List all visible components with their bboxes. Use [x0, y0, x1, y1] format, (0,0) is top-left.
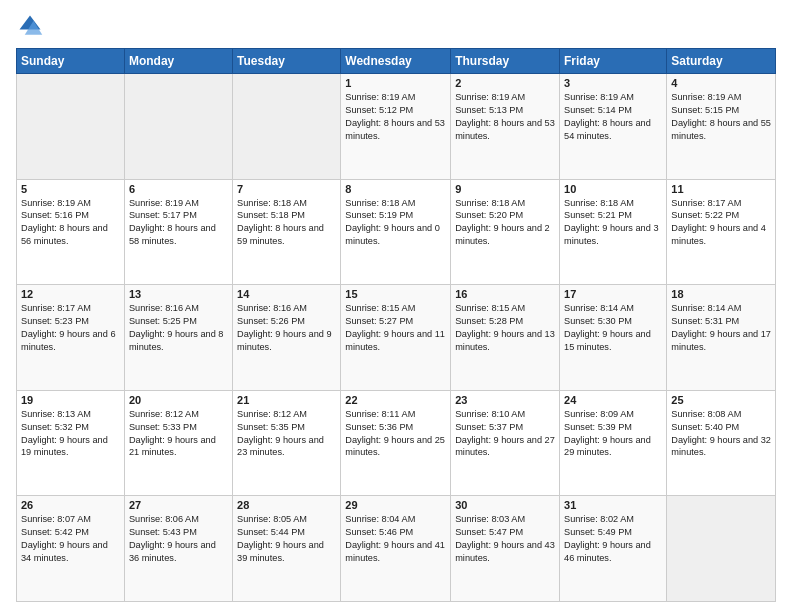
day-info: Sunrise: 8:19 AM Sunset: 5:14 PM Dayligh… — [564, 91, 662, 143]
day-info: Sunrise: 8:13 AM Sunset: 5:32 PM Dayligh… — [21, 408, 120, 460]
week-row-1: 1Sunrise: 8:19 AM Sunset: 5:12 PM Daylig… — [17, 74, 776, 180]
calendar-cell: 11Sunrise: 8:17 AM Sunset: 5:22 PM Dayli… — [667, 179, 776, 285]
day-info: Sunrise: 8:17 AM Sunset: 5:22 PM Dayligh… — [671, 197, 771, 249]
calendar-cell: 24Sunrise: 8:09 AM Sunset: 5:39 PM Dayli… — [560, 390, 667, 496]
calendar-cell: 8Sunrise: 8:18 AM Sunset: 5:19 PM Daylig… — [341, 179, 451, 285]
day-number: 1 — [345, 77, 446, 89]
day-info: Sunrise: 8:11 AM Sunset: 5:36 PM Dayligh… — [345, 408, 446, 460]
day-info: Sunrise: 8:18 AM Sunset: 5:21 PM Dayligh… — [564, 197, 662, 249]
day-header-thursday: Thursday — [451, 49, 560, 74]
day-number: 19 — [21, 394, 120, 406]
day-info: Sunrise: 8:19 AM Sunset: 5:17 PM Dayligh… — [129, 197, 228, 249]
calendar-cell: 15Sunrise: 8:15 AM Sunset: 5:27 PM Dayli… — [341, 285, 451, 391]
calendar-cell — [233, 74, 341, 180]
day-info: Sunrise: 8:19 AM Sunset: 5:13 PM Dayligh… — [455, 91, 555, 143]
day-info: Sunrise: 8:14 AM Sunset: 5:30 PM Dayligh… — [564, 302, 662, 354]
day-info: Sunrise: 8:03 AM Sunset: 5:47 PM Dayligh… — [455, 513, 555, 565]
calendar-cell: 1Sunrise: 8:19 AM Sunset: 5:12 PM Daylig… — [341, 74, 451, 180]
week-row-4: 19Sunrise: 8:13 AM Sunset: 5:32 PM Dayli… — [17, 390, 776, 496]
day-number: 2 — [455, 77, 555, 89]
calendar-cell: 10Sunrise: 8:18 AM Sunset: 5:21 PM Dayli… — [560, 179, 667, 285]
day-number: 24 — [564, 394, 662, 406]
day-info: Sunrise: 8:14 AM Sunset: 5:31 PM Dayligh… — [671, 302, 771, 354]
header-row: SundayMondayTuesdayWednesdayThursdayFrid… — [17, 49, 776, 74]
calendar-cell: 3Sunrise: 8:19 AM Sunset: 5:14 PM Daylig… — [560, 74, 667, 180]
calendar-cell: 27Sunrise: 8:06 AM Sunset: 5:43 PM Dayli… — [124, 496, 232, 602]
day-number: 23 — [455, 394, 555, 406]
day-number: 5 — [21, 183, 120, 195]
day-number: 7 — [237, 183, 336, 195]
day-number: 11 — [671, 183, 771, 195]
day-number: 3 — [564, 77, 662, 89]
day-info: Sunrise: 8:17 AM Sunset: 5:23 PM Dayligh… — [21, 302, 120, 354]
day-info: Sunrise: 8:19 AM Sunset: 5:15 PM Dayligh… — [671, 91, 771, 143]
day-info: Sunrise: 8:12 AM Sunset: 5:33 PM Dayligh… — [129, 408, 228, 460]
day-number: 12 — [21, 288, 120, 300]
calendar-cell: 18Sunrise: 8:14 AM Sunset: 5:31 PM Dayli… — [667, 285, 776, 391]
day-info: Sunrise: 8:16 AM Sunset: 5:26 PM Dayligh… — [237, 302, 336, 354]
day-number: 22 — [345, 394, 446, 406]
header — [16, 12, 776, 40]
calendar-table: SundayMondayTuesdayWednesdayThursdayFrid… — [16, 48, 776, 602]
page: SundayMondayTuesdayWednesdayThursdayFrid… — [0, 0, 792, 612]
logo-icon — [16, 12, 44, 40]
day-info: Sunrise: 8:15 AM Sunset: 5:27 PM Dayligh… — [345, 302, 446, 354]
calendar-cell: 21Sunrise: 8:12 AM Sunset: 5:35 PM Dayli… — [233, 390, 341, 496]
day-info: Sunrise: 8:07 AM Sunset: 5:42 PM Dayligh… — [21, 513, 120, 565]
day-number: 14 — [237, 288, 336, 300]
day-number: 17 — [564, 288, 662, 300]
logo — [16, 12, 48, 40]
day-info: Sunrise: 8:19 AM Sunset: 5:12 PM Dayligh… — [345, 91, 446, 143]
day-number: 30 — [455, 499, 555, 511]
day-info: Sunrise: 8:10 AM Sunset: 5:37 PM Dayligh… — [455, 408, 555, 460]
calendar-cell: 9Sunrise: 8:18 AM Sunset: 5:20 PM Daylig… — [451, 179, 560, 285]
calendar-cell — [124, 74, 232, 180]
calendar-cell: 13Sunrise: 8:16 AM Sunset: 5:25 PM Dayli… — [124, 285, 232, 391]
day-header-wednesday: Wednesday — [341, 49, 451, 74]
day-info: Sunrise: 8:18 AM Sunset: 5:18 PM Dayligh… — [237, 197, 336, 249]
calendar-cell: 17Sunrise: 8:14 AM Sunset: 5:30 PM Dayli… — [560, 285, 667, 391]
day-number: 20 — [129, 394, 228, 406]
calendar-cell: 14Sunrise: 8:16 AM Sunset: 5:26 PM Dayli… — [233, 285, 341, 391]
calendar-cell: 12Sunrise: 8:17 AM Sunset: 5:23 PM Dayli… — [17, 285, 125, 391]
calendar-cell: 7Sunrise: 8:18 AM Sunset: 5:18 PM Daylig… — [233, 179, 341, 285]
day-info: Sunrise: 8:18 AM Sunset: 5:19 PM Dayligh… — [345, 197, 446, 249]
day-number: 29 — [345, 499, 446, 511]
day-number: 18 — [671, 288, 771, 300]
day-header-sunday: Sunday — [17, 49, 125, 74]
calendar-cell: 28Sunrise: 8:05 AM Sunset: 5:44 PM Dayli… — [233, 496, 341, 602]
day-info: Sunrise: 8:18 AM Sunset: 5:20 PM Dayligh… — [455, 197, 555, 249]
day-header-tuesday: Tuesday — [233, 49, 341, 74]
calendar-cell: 20Sunrise: 8:12 AM Sunset: 5:33 PM Dayli… — [124, 390, 232, 496]
day-info: Sunrise: 8:12 AM Sunset: 5:35 PM Dayligh… — [237, 408, 336, 460]
day-info: Sunrise: 8:15 AM Sunset: 5:28 PM Dayligh… — [455, 302, 555, 354]
calendar-cell: 4Sunrise: 8:19 AM Sunset: 5:15 PM Daylig… — [667, 74, 776, 180]
day-info: Sunrise: 8:02 AM Sunset: 5:49 PM Dayligh… — [564, 513, 662, 565]
day-header-saturday: Saturday — [667, 49, 776, 74]
day-number: 9 — [455, 183, 555, 195]
day-info: Sunrise: 8:05 AM Sunset: 5:44 PM Dayligh… — [237, 513, 336, 565]
day-number: 31 — [564, 499, 662, 511]
calendar-cell — [17, 74, 125, 180]
week-row-3: 12Sunrise: 8:17 AM Sunset: 5:23 PM Dayli… — [17, 285, 776, 391]
day-number: 25 — [671, 394, 771, 406]
day-number: 27 — [129, 499, 228, 511]
calendar-cell: 16Sunrise: 8:15 AM Sunset: 5:28 PM Dayli… — [451, 285, 560, 391]
calendar-cell: 29Sunrise: 8:04 AM Sunset: 5:46 PM Dayli… — [341, 496, 451, 602]
day-info: Sunrise: 8:16 AM Sunset: 5:25 PM Dayligh… — [129, 302, 228, 354]
calendar-cell: 6Sunrise: 8:19 AM Sunset: 5:17 PM Daylig… — [124, 179, 232, 285]
day-header-friday: Friday — [560, 49, 667, 74]
calendar-cell: 26Sunrise: 8:07 AM Sunset: 5:42 PM Dayli… — [17, 496, 125, 602]
calendar-cell: 31Sunrise: 8:02 AM Sunset: 5:49 PM Dayli… — [560, 496, 667, 602]
day-number: 26 — [21, 499, 120, 511]
calendar-cell: 2Sunrise: 8:19 AM Sunset: 5:13 PM Daylig… — [451, 74, 560, 180]
week-row-2: 5Sunrise: 8:19 AM Sunset: 5:16 PM Daylig… — [17, 179, 776, 285]
day-info: Sunrise: 8:08 AM Sunset: 5:40 PM Dayligh… — [671, 408, 771, 460]
calendar-cell: 22Sunrise: 8:11 AM Sunset: 5:36 PM Dayli… — [341, 390, 451, 496]
calendar-header: SundayMondayTuesdayWednesdayThursdayFrid… — [17, 49, 776, 74]
day-number: 16 — [455, 288, 555, 300]
calendar-cell: 19Sunrise: 8:13 AM Sunset: 5:32 PM Dayli… — [17, 390, 125, 496]
day-info: Sunrise: 8:06 AM Sunset: 5:43 PM Dayligh… — [129, 513, 228, 565]
day-number: 4 — [671, 77, 771, 89]
day-number: 8 — [345, 183, 446, 195]
